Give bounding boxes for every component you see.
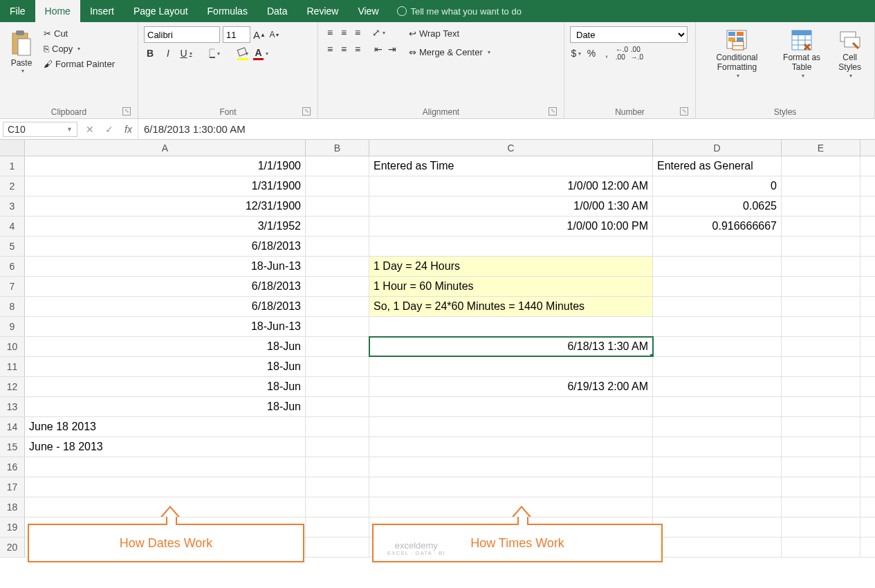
align-center-button[interactable]: ≡ <box>338 43 350 55</box>
cell-E6[interactable] <box>782 257 860 276</box>
cell-B6[interactable] <box>306 257 369 276</box>
increase-font-icon[interactable]: A▲ <box>253 28 266 41</box>
cell-B20[interactable] <box>306 538 369 557</box>
cell-A9[interactable]: 18-Jun-13 <box>25 317 306 336</box>
row-header[interactable]: 8 <box>0 297 25 316</box>
tab-formulas[interactable]: Formulas <box>198 0 257 22</box>
cell-C6[interactable]: 1 Day = 24 Hours <box>369 257 653 276</box>
row-header[interactable]: 4 <box>0 217 25 236</box>
fx-icon[interactable]: fx <box>119 124 138 135</box>
row-header[interactable]: 12 <box>0 377 25 396</box>
select-all-corner[interactable] <box>0 140 25 156</box>
cell-B14[interactable] <box>306 417 369 437</box>
tab-file[interactable]: File <box>0 0 35 22</box>
font-size-combo[interactable] <box>223 26 250 43</box>
conditional-formatting-button[interactable]: Conditional Formatting <box>701 26 773 82</box>
cell-A1[interactable]: 1/1/1900 <box>25 156 306 176</box>
cell-A4[interactable]: 3/1/1952 <box>25 217 306 236</box>
cell-E7[interactable] <box>782 277 860 296</box>
cell-D14[interactable] <box>653 417 782 437</box>
cell-C3[interactable]: 1/0/00 1:30 AM <box>369 196 653 216</box>
cell-E11[interactable] <box>782 357 860 376</box>
cell-D3[interactable]: 0.0625 <box>653 196 782 216</box>
percent-button[interactable]: % <box>585 47 598 59</box>
row-header[interactable]: 14 <box>0 417 25 437</box>
enter-formula-button[interactable]: ✓ <box>100 124 119 135</box>
name-box[interactable]: C10▼ <box>3 122 77 137</box>
cell-D8[interactable] <box>653 297 782 316</box>
cell-E9[interactable] <box>782 317 860 336</box>
decrease-indent-button[interactable]: ⇤ <box>372 43 385 55</box>
align-bottom-button[interactable]: ≡ <box>351 26 364 39</box>
number-launcher[interactable]: ⤡ <box>680 107 688 116</box>
cell-E17[interactable] <box>782 477 860 497</box>
col-header-E[interactable]: E <box>782 140 860 156</box>
cell-C7[interactable]: 1 Hour = 60 Minutes <box>369 277 653 296</box>
cell-B5[interactable] <box>306 237 369 256</box>
cell-B15[interactable] <box>306 437 369 457</box>
cell-C13[interactable] <box>369 397 653 416</box>
cell-B10[interactable] <box>306 337 369 356</box>
cell-A11[interactable]: 18-Jun <box>25 357 306 376</box>
cell-D9[interactable] <box>653 317 782 336</box>
row-header[interactable]: 10 <box>0 337 25 356</box>
cell-D2[interactable]: 0 <box>653 176 782 196</box>
cell-E19[interactable] <box>782 517 860 537</box>
decrease-decimal-button[interactable]: .00→.0 <box>631 47 643 59</box>
cell-C8[interactable]: So, 1 Day = 24*60 Minutes = 1440 Minutes <box>369 297 653 316</box>
cell-D11[interactable] <box>653 357 782 376</box>
underline-button[interactable]: U <box>180 47 192 59</box>
cell-C4[interactable]: 1/0/00 10:00 PM <box>369 217 653 236</box>
cell-B2[interactable] <box>306 176 369 196</box>
row-header[interactable]: 13 <box>0 397 25 416</box>
cell-D5[interactable] <box>653 237 782 256</box>
merge-center-button[interactable]: ⇔Merge & Center <box>405 45 494 59</box>
orientation-button[interactable]: ⤢ <box>372 26 385 39</box>
cut-button[interactable]: ✂Cut <box>40 26 118 41</box>
row-header[interactable]: 11 <box>0 357 25 376</box>
cell-B11[interactable] <box>306 357 369 376</box>
cell-C16[interactable] <box>369 457 653 477</box>
col-header-C[interactable]: C <box>369 140 653 156</box>
cell-C14[interactable] <box>369 417 653 437</box>
cell-B13[interactable] <box>306 397 369 416</box>
cell-A2[interactable]: 1/31/1900 <box>25 176 306 196</box>
cell-E16[interactable] <box>782 457 860 477</box>
row-header[interactable]: 16 <box>0 457 25 477</box>
row-header[interactable]: 6 <box>0 257 25 276</box>
cell-E8[interactable] <box>782 297 860 316</box>
tab-view[interactable]: View <box>348 0 388 22</box>
fill-color-button[interactable] <box>237 47 249 59</box>
bold-button[interactable]: B <box>144 47 156 59</box>
tab-insert[interactable]: Insert <box>80 0 124 22</box>
clipboard-launcher[interactable]: ⤡ <box>122 107 131 116</box>
cell-D1[interactable]: Entered as General <box>653 156 782 176</box>
row-header[interactable]: 18 <box>0 497 25 517</box>
cell-B8[interactable] <box>306 297 369 316</box>
format-as-table-button[interactable]: Format as Table <box>775 26 829 82</box>
cell-A12[interactable]: 18-Jun <box>25 377 306 396</box>
italic-button[interactable]: I <box>162 47 174 59</box>
align-right-button[interactable]: ≡ <box>351 43 364 55</box>
cell-E2[interactable] <box>782 176 860 196</box>
row-header[interactable]: 2 <box>0 176 25 196</box>
row-header[interactable]: 20 <box>0 538 25 557</box>
cell-A15[interactable]: June - 18 2013 <box>25 437 306 457</box>
number-format-combo[interactable]: Date <box>570 26 688 43</box>
align-middle-button[interactable]: ≡ <box>338 26 350 39</box>
cell-E3[interactable] <box>782 196 860 216</box>
cell-C17[interactable] <box>369 477 653 497</box>
cell-A8[interactable]: 6/18/2013 <box>25 297 306 316</box>
cell-C12[interactable]: 6/19/13 2:00 AM <box>369 377 653 396</box>
paste-button[interactable]: Paste <box>6 26 37 77</box>
col-header-D[interactable]: D <box>653 140 782 156</box>
cell-D12[interactable] <box>653 377 782 396</box>
cell-E14[interactable] <box>782 417 860 437</box>
tell-me[interactable]: Tell me what you want to do <box>389 0 522 22</box>
alignment-launcher[interactable]: ⤡ <box>549 107 557 116</box>
cell-D16[interactable] <box>653 457 782 477</box>
cell-B17[interactable] <box>306 477 369 497</box>
row-header[interactable]: 1 <box>0 156 25 176</box>
align-top-button[interactable]: ≡ <box>324 26 336 39</box>
tab-home[interactable]: Home <box>35 0 80 22</box>
